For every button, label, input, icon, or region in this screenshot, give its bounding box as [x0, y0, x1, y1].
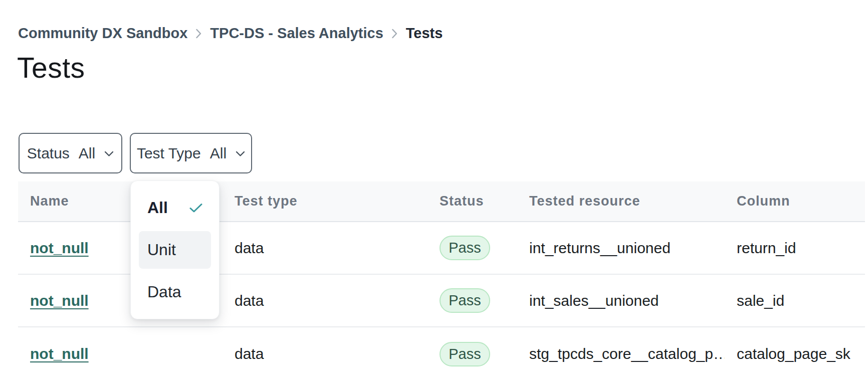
tests-page: Community DX Sandbox TPC-DS - Sales Anal…	[0, 0, 868, 379]
test-type-filter-value: All	[210, 145, 227, 162]
dropdown-option-label: Unit	[147, 241, 176, 259]
breadcrumb: Community DX Sandbox TPC-DS - Sales Anal…	[18, 25, 443, 42]
dropdown-option-label: Data	[147, 283, 181, 301]
breadcrumb-current: Tests	[406, 25, 443, 42]
page-title: Tests	[17, 51, 85, 84]
test-type-cell: data	[223, 240, 427, 257]
chevron-right-icon	[391, 28, 398, 39]
chevron-down-icon	[236, 151, 245, 157]
status-filter-button[interactable]: Status All	[19, 133, 122, 173]
column-header-test-type: Test type	[223, 194, 427, 209]
tested-resource-cell: int_sales__unioned	[517, 292, 725, 309]
column-cell: catalog_page_sk	[725, 345, 865, 362]
dropdown-option-label: All	[147, 199, 168, 217]
test-type-dropdown-menu: All Unit Data	[130, 180, 220, 319]
status-badge: Pass	[440, 342, 490, 366]
column-header-status: Status	[427, 194, 517, 209]
test-type-filter-label: Test Type	[137, 145, 201, 162]
status-badge: Pass	[440, 288, 490, 313]
breadcrumb-environment[interactable]: TPC-DS - Sales Analytics	[210, 25, 383, 42]
status-badge: Pass	[440, 236, 490, 260]
tested-resource-cell: stg_tpcds_core__catalog_p…	[517, 345, 725, 362]
column-header-column: Column	[725, 194, 865, 209]
column-header-tested-resource: Tested resource	[517, 194, 725, 209]
dropdown-option-unit[interactable]: Unit	[139, 231, 211, 269]
chevron-down-icon	[104, 151, 114, 157]
status-filter-value: All	[79, 145, 95, 162]
dropdown-option-data[interactable]: Data	[139, 273, 211, 311]
check-icon	[189, 199, 202, 217]
test-type-cell: data	[223, 345, 427, 362]
tested-resource-cell: int_returns__unioned	[517, 240, 725, 257]
table-row[interactable]: not_null data Pass stg_tpcds_core__catal…	[18, 327, 865, 379]
breadcrumb-project[interactable]: Community DX Sandbox	[18, 25, 187, 42]
chevron-right-icon	[195, 28, 202, 39]
test-name-link[interactable]: not_null	[30, 345, 89, 362]
column-cell: sale_id	[725, 292, 865, 309]
test-type-filter-button[interactable]: Test Type All	[130, 133, 252, 173]
status-filter-label: Status	[27, 145, 70, 162]
dropdown-option-all[interactable]: All	[139, 189, 211, 227]
test-name-link[interactable]: not_null	[30, 292, 89, 309]
test-name-link[interactable]: not_null	[30, 240, 89, 256]
column-cell: return_id	[725, 240, 865, 257]
test-type-cell: data	[223, 292, 427, 309]
